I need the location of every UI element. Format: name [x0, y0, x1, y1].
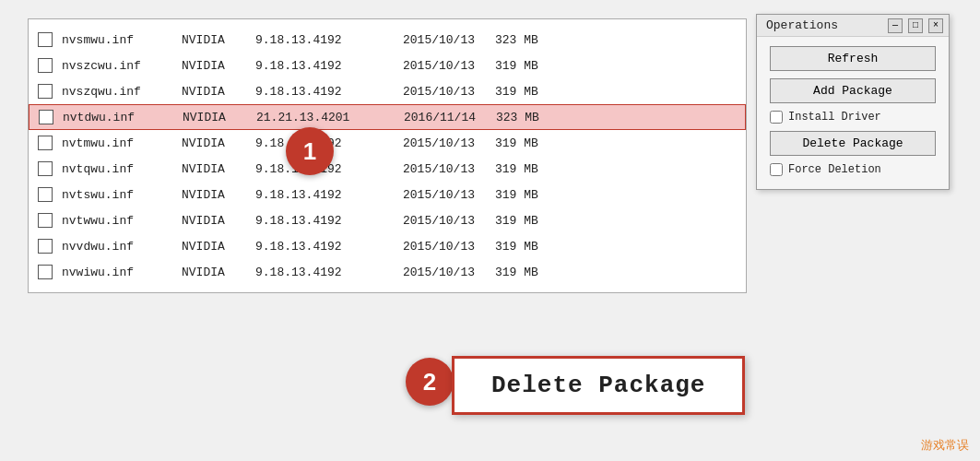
row-filename: nvszqwu.inf	[62, 85, 182, 99]
file-row: nvtqwu.inf NVIDIA 9.18.13.4192 2015/10/1…	[29, 156, 746, 182]
file-list: nvsmwu.inf NVIDIA 9.18.13.4192 2015/10/1…	[29, 27, 746, 285]
row-version: 21.21.13.4201	[256, 111, 404, 124]
force-deletion-label: Force Deletion	[788, 163, 881, 176]
ops-title: Operations	[762, 18, 882, 32]
row-date: 2015/10/13	[403, 136, 495, 150]
row-version: 9.18.13.4192	[255, 33, 403, 47]
file-row: nvsmwu.inf NVIDIA 9.18.13.4192 2015/10/1…	[29, 27, 746, 53]
row-checkbox[interactable]	[38, 32, 53, 47]
row-vendor: NVIDIA	[182, 214, 255, 228]
file-row: nvszcwu.inf NVIDIA 9.18.13.4192 2015/10/…	[29, 53, 746, 78]
row-vendor: NVIDIA	[182, 136, 255, 150]
row-checkbox[interactable]	[38, 187, 53, 202]
row-filename: nvwiwu.inf	[62, 266, 182, 279]
file-row: nvtwwu.inf NVIDIA 9.18.13.4192 2015/10/1…	[29, 207, 746, 233]
row-size: 319 MB	[495, 266, 560, 279]
refresh-button[interactable]: Refresh	[770, 46, 936, 71]
row-date: 2016/11/14	[404, 111, 496, 124]
row-vendor: NVIDIA	[182, 240, 255, 254]
row-size: 319 MB	[495, 136, 560, 150]
row-checkbox[interactable]	[38, 161, 53, 176]
row-size: 319 MB	[495, 240, 560, 254]
row-filename: nvtwwu.inf	[62, 214, 182, 228]
row-size: 323 MB	[496, 111, 561, 124]
row-checkbox[interactable]	[38, 265, 53, 279]
row-filename: nvsmwu.inf	[62, 33, 182, 47]
add-package-button[interactable]: Add Package	[770, 78, 936, 103]
row-vendor: NVIDIA	[182, 59, 255, 73]
row-checkbox[interactable]	[39, 110, 53, 124]
row-version: 9.18.13.4192	[255, 85, 403, 99]
install-driver-row: Install Driver	[770, 111, 936, 124]
file-row: nvszqwu.inf NVIDIA 9.18.13.4192 2015/10/…	[29, 78, 746, 104]
row-filename: nvszcwu.inf	[62, 59, 182, 73]
file-row: nvtmwu.inf NVIDIA 9.18.13.4192 2015/10/1…	[29, 130, 746, 156]
force-deletion-checkbox[interactable]	[770, 163, 783, 176]
row-version: 9.18.13.4192	[255, 240, 403, 254]
force-deletion-row: Force Deletion	[770, 163, 936, 176]
row-size: 319 MB	[495, 214, 560, 228]
row-version: 9.18.13.4192	[255, 214, 403, 228]
file-row: nvwiwu.inf NVIDIA 9.18.13.4192 2015/10/1…	[29, 259, 746, 285]
row-vendor: NVIDIA	[182, 188, 255, 202]
row-date: 2015/10/13	[403, 266, 495, 279]
delete-package-big-button[interactable]: Delete Package	[452, 356, 745, 415]
maximize-button[interactable]: □	[908, 18, 923, 33]
row-filename: nvtmwu.inf	[62, 136, 182, 150]
row-size: 319 MB	[495, 59, 560, 73]
titlebar: Operations — □ ×	[757, 15, 949, 37]
step-badge-2: 2	[406, 358, 454, 406]
minimize-button[interactable]: —	[888, 18, 903, 33]
row-vendor: NVIDIA	[183, 111, 256, 124]
row-version: 9.18.13.4192	[255, 188, 403, 202]
delete-package-button[interactable]: Delete Package	[770, 131, 936, 156]
row-date: 2015/10/13	[403, 240, 495, 254]
row-vendor: NVIDIA	[182, 85, 255, 99]
row-date: 2015/10/13	[403, 59, 495, 73]
row-checkbox[interactable]	[38, 239, 53, 254]
row-checkbox[interactable]	[38, 58, 53, 73]
row-version: 9.18.13.4192	[255, 59, 403, 73]
row-filename: nvtswu.inf	[62, 188, 182, 202]
row-version: 9.18.13.4192	[255, 266, 403, 279]
row-filename: nvvdwu.inf	[62, 240, 182, 254]
row-size: 319 MB	[495, 188, 560, 202]
file-row: nvtdwu.inf NVIDIA 21.21.13.4201 2016/11/…	[29, 104, 746, 130]
row-checkbox[interactable]	[38, 136, 53, 150]
file-row: nvvdwu.inf NVIDIA 9.18.13.4192 2015/10/1…	[29, 233, 746, 259]
row-size: 319 MB	[495, 162, 560, 176]
row-vendor: NVIDIA	[182, 33, 255, 47]
watermark: 游戏常误	[921, 437, 969, 454]
row-date: 2015/10/13	[403, 85, 495, 99]
install-driver-label: Install Driver	[788, 111, 881, 124]
row-date: 2015/10/13	[403, 188, 495, 202]
file-list-panel: nvsmwu.inf NVIDIA 9.18.13.4192 2015/10/1…	[28, 18, 747, 293]
ops-body: Refresh Add Package Install Driver Delet…	[757, 37, 949, 189]
row-date: 2015/10/13	[403, 162, 495, 176]
row-date: 2015/10/13	[403, 214, 495, 228]
row-size: 319 MB	[495, 85, 560, 99]
row-vendor: NVIDIA	[182, 162, 255, 176]
row-checkbox[interactable]	[38, 84, 53, 99]
row-filename: nvtdwu.inf	[63, 111, 183, 124]
row-size: 323 MB	[495, 33, 560, 47]
row-filename: nvtqwu.inf	[62, 162, 182, 176]
step-badge-1: 1	[286, 127, 334, 175]
row-date: 2015/10/13	[403, 33, 495, 47]
operations-panel: Operations — □ × Refresh Add Package Ins…	[756, 14, 950, 190]
close-button[interactable]: ×	[928, 18, 943, 33]
install-driver-checkbox[interactable]	[770, 111, 783, 124]
row-vendor: NVIDIA	[182, 266, 255, 279]
row-checkbox[interactable]	[38, 213, 53, 228]
file-row: nvtswu.inf NVIDIA 9.18.13.4192 2015/10/1…	[29, 182, 746, 207]
